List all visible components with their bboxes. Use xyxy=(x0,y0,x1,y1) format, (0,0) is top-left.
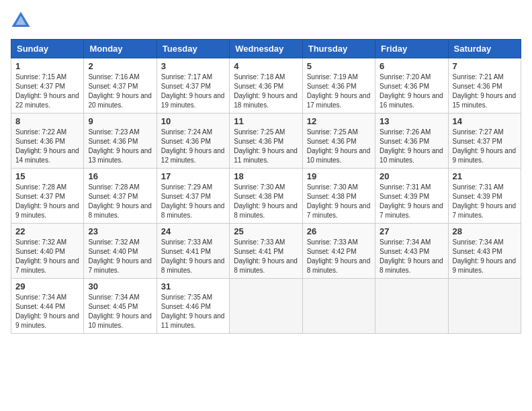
calendar-week-4: 22 Sunrise: 7:32 AM Sunset: 4:40 PM Dayl… xyxy=(11,224,521,279)
day-info-1: Sunrise: 7:15 AM Sunset: 4:37 PM Dayligh… xyxy=(15,73,79,110)
day-number-17: 17 xyxy=(161,171,225,181)
day-cell-2: 2 Sunrise: 7:16 AM Sunset: 4:37 PM Dayli… xyxy=(84,58,157,113)
day-cell-9: 9 Sunrise: 7:23 AM Sunset: 4:36 PM Dayli… xyxy=(84,113,157,169)
day-info-19: Sunrise: 7:30 AM Sunset: 4:38 PM Dayligh… xyxy=(307,183,371,220)
col-tuesday: Tuesday xyxy=(157,40,229,58)
day-number-24: 24 xyxy=(161,226,225,236)
day-cell-18: 18 Sunrise: 7:30 AM Sunset: 4:38 PM Dayl… xyxy=(230,169,302,224)
col-sunday: Sunday xyxy=(11,40,84,58)
col-saturday: Saturday xyxy=(448,40,521,58)
day-number-19: 19 xyxy=(307,171,371,181)
day-info-13: Sunrise: 7:26 AM Sunset: 4:36 PM Dayligh… xyxy=(380,128,443,165)
day-info-10: Sunrise: 7:24 AM Sunset: 4:36 PM Dayligh… xyxy=(161,128,225,165)
day-info-23: Sunrise: 7:32 AM Sunset: 4:40 PM Dayligh… xyxy=(88,238,152,275)
day-number-8: 8 xyxy=(15,116,79,126)
day-info-2: Sunrise: 7:16 AM Sunset: 4:37 PM Dayligh… xyxy=(88,73,152,110)
day-cell-4: 4 Sunrise: 7:18 AM Sunset: 4:36 PM Dayli… xyxy=(230,58,302,113)
day-cell-5: 5 Sunrise: 7:19 AM Sunset: 4:36 PM Dayli… xyxy=(302,58,375,113)
day-cell-6: 6 Sunrise: 7:20 AM Sunset: 4:36 PM Dayli… xyxy=(375,58,448,113)
day-number-13: 13 xyxy=(380,116,443,126)
day-cell-26: 26 Sunrise: 7:33 AM Sunset: 4:42 PM Dayl… xyxy=(302,224,375,279)
day-info-5: Sunrise: 7:19 AM Sunset: 4:36 PM Dayligh… xyxy=(307,73,371,110)
empty-cell xyxy=(302,279,375,334)
day-cell-17: 17 Sunrise: 7:29 AM Sunset: 4:37 PM Dayl… xyxy=(157,169,229,224)
day-info-31: Sunrise: 7:35 AM Sunset: 4:46 PM Dayligh… xyxy=(161,293,225,330)
day-cell-15: 15 Sunrise: 7:28 AM Sunset: 4:37 PM Dayl… xyxy=(11,169,84,224)
day-cell-3: 3 Sunrise: 7:17 AM Sunset: 4:37 PM Dayli… xyxy=(157,58,229,113)
day-number-5: 5 xyxy=(307,61,371,71)
day-number-22: 22 xyxy=(15,226,79,236)
day-cell-14: 14 Sunrise: 7:27 AM Sunset: 4:37 PM Dayl… xyxy=(448,113,521,169)
col-wednesday: Wednesday xyxy=(230,40,302,58)
day-number-31: 31 xyxy=(161,281,225,291)
day-info-8: Sunrise: 7:22 AM Sunset: 4:36 PM Dayligh… xyxy=(15,128,79,165)
day-info-11: Sunrise: 7:25 AM Sunset: 4:36 PM Dayligh… xyxy=(234,128,298,165)
day-number-2: 2 xyxy=(88,61,152,71)
day-number-30: 30 xyxy=(88,281,152,291)
empty-cell xyxy=(375,279,448,334)
day-info-22: Sunrise: 7:32 AM Sunset: 4:40 PM Dayligh… xyxy=(15,238,79,275)
day-info-25: Sunrise: 7:33 AM Sunset: 4:41 PM Dayligh… xyxy=(234,238,298,275)
calendar-week-2: 8 Sunrise: 7:22 AM Sunset: 4:36 PM Dayli… xyxy=(11,113,521,169)
calendar-week-5: 29 Sunrise: 7:34 AM Sunset: 4:44 PM Dayl… xyxy=(11,279,521,334)
day-number-20: 20 xyxy=(380,171,443,181)
empty-cell xyxy=(230,279,302,334)
day-cell-25: 25 Sunrise: 7:33 AM Sunset: 4:41 PM Dayl… xyxy=(230,224,302,279)
day-number-29: 29 xyxy=(15,281,79,291)
day-number-25: 25 xyxy=(234,226,298,236)
day-cell-22: 22 Sunrise: 7:32 AM Sunset: 4:40 PM Dayl… xyxy=(11,224,84,279)
day-info-6: Sunrise: 7:20 AM Sunset: 4:36 PM Dayligh… xyxy=(380,73,443,110)
logo-icon xyxy=(11,11,31,31)
day-number-28: 28 xyxy=(453,226,517,236)
day-cell-13: 13 Sunrise: 7:26 AM Sunset: 4:36 PM Dayl… xyxy=(375,113,448,169)
calendar-table: Sunday Monday Tuesday Wednesday Thursday… xyxy=(11,39,521,334)
day-number-12: 12 xyxy=(307,116,371,126)
day-cell-21: 21 Sunrise: 7:31 AM Sunset: 4:39 PM Dayl… xyxy=(448,169,521,224)
day-info-16: Sunrise: 7:28 AM Sunset: 4:37 PM Dayligh… xyxy=(88,183,152,220)
col-thursday: Thursday xyxy=(302,40,375,58)
day-cell-19: 19 Sunrise: 7:30 AM Sunset: 4:38 PM Dayl… xyxy=(302,169,375,224)
day-info-4: Sunrise: 7:18 AM Sunset: 4:36 PM Dayligh… xyxy=(234,73,298,110)
header-row: Sunday Monday Tuesday Wednesday Thursday… xyxy=(11,40,521,58)
day-number-27: 27 xyxy=(380,226,443,236)
day-number-23: 23 xyxy=(88,226,152,236)
day-number-14: 14 xyxy=(453,116,517,126)
day-cell-28: 28 Sunrise: 7:34 AM Sunset: 4:43 PM Dayl… xyxy=(448,224,521,279)
day-info-14: Sunrise: 7:27 AM Sunset: 4:37 PM Dayligh… xyxy=(453,128,517,165)
day-number-1: 1 xyxy=(15,61,79,71)
day-number-26: 26 xyxy=(307,226,371,236)
day-number-16: 16 xyxy=(88,171,152,181)
day-cell-10: 10 Sunrise: 7:24 AM Sunset: 4:36 PM Dayl… xyxy=(157,113,229,169)
day-info-12: Sunrise: 7:25 AM Sunset: 4:36 PM Dayligh… xyxy=(307,128,371,165)
day-number-10: 10 xyxy=(161,116,225,126)
day-info-17: Sunrise: 7:29 AM Sunset: 4:37 PM Dayligh… xyxy=(161,183,225,220)
day-number-15: 15 xyxy=(15,171,79,181)
day-info-7: Sunrise: 7:21 AM Sunset: 4:36 PM Dayligh… xyxy=(453,73,517,110)
day-cell-20: 20 Sunrise: 7:31 AM Sunset: 4:39 PM Dayl… xyxy=(375,169,448,224)
empty-cell xyxy=(448,279,521,334)
day-info-15: Sunrise: 7:28 AM Sunset: 4:37 PM Dayligh… xyxy=(15,183,79,220)
day-number-4: 4 xyxy=(234,61,298,71)
day-info-3: Sunrise: 7:17 AM Sunset: 4:37 PM Dayligh… xyxy=(161,73,225,110)
day-cell-12: 12 Sunrise: 7:25 AM Sunset: 4:36 PM Dayl… xyxy=(302,113,375,169)
calendar-week-3: 15 Sunrise: 7:28 AM Sunset: 4:37 PM Dayl… xyxy=(11,169,521,224)
day-info-18: Sunrise: 7:30 AM Sunset: 4:38 PM Dayligh… xyxy=(234,183,298,220)
logo xyxy=(11,11,34,31)
day-cell-1: 1 Sunrise: 7:15 AM Sunset: 4:37 PM Dayli… xyxy=(11,58,84,113)
day-number-7: 7 xyxy=(453,61,517,71)
day-info-24: Sunrise: 7:33 AM Sunset: 4:41 PM Dayligh… xyxy=(161,238,225,275)
day-number-18: 18 xyxy=(234,171,298,181)
day-cell-11: 11 Sunrise: 7:25 AM Sunset: 4:36 PM Dayl… xyxy=(230,113,302,169)
col-monday: Monday xyxy=(84,40,157,58)
day-cell-16: 16 Sunrise: 7:28 AM Sunset: 4:37 PM Dayl… xyxy=(84,169,157,224)
page-header xyxy=(11,11,521,31)
day-cell-29: 29 Sunrise: 7:34 AM Sunset: 4:44 PM Dayl… xyxy=(11,279,84,334)
day-number-11: 11 xyxy=(234,116,298,126)
day-info-27: Sunrise: 7:34 AM Sunset: 4:43 PM Dayligh… xyxy=(380,238,443,275)
day-number-21: 21 xyxy=(453,171,517,181)
day-info-30: Sunrise: 7:34 AM Sunset: 4:45 PM Dayligh… xyxy=(88,293,152,330)
day-info-29: Sunrise: 7:34 AM Sunset: 4:44 PM Dayligh… xyxy=(15,293,79,330)
day-info-28: Sunrise: 7:34 AM Sunset: 4:43 PM Dayligh… xyxy=(453,238,517,275)
day-cell-7: 7 Sunrise: 7:21 AM Sunset: 4:36 PM Dayli… xyxy=(448,58,521,113)
day-cell-23: 23 Sunrise: 7:32 AM Sunset: 4:40 PM Dayl… xyxy=(84,224,157,279)
